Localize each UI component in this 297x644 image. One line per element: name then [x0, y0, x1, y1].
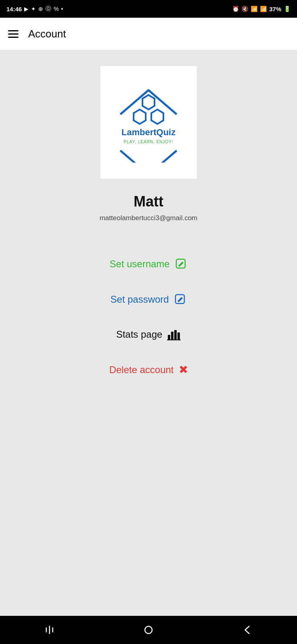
bottom-nav-bar — [0, 616, 297, 644]
status-right: ⏰ 🔇 📶 📶 37% 🔋 — [232, 6, 291, 12]
user-email: matteolambertucci3@gmail.com — [99, 214, 197, 222]
lambertquiz-logo: LambertQuiz PLAY, LEARN, ENJOY! — [112, 82, 185, 163]
signal-icon: 📶 — [260, 6, 267, 12]
edit-password-icon — [174, 293, 187, 306]
svg-text:LambertQuiz: LambertQuiz — [122, 127, 175, 137]
nfc-icon: ⊕ — [38, 6, 43, 12]
svg-marker-2 — [151, 109, 163, 124]
svg-text:PLAY, LEARN, ENJOY!: PLAY, LEARN, ENJOY! — [124, 140, 173, 144]
wifi-icon: 📶 — [251, 6, 258, 12]
status-bar: 14:46 ▶ ✦ ⊕ ⓪ % • ⏰ 🔇 📶 📶 37% 🔋 — [0, 0, 297, 18]
svg-rect-9 — [168, 335, 170, 340]
nav-back-button[interactable] — [231, 622, 264, 638]
bluetooth-icon: ✦ — [31, 6, 36, 12]
logo-container: LambertQuiz PLAY, LEARN, ENJOY! — [100, 66, 197, 179]
app-bar: Account — [0, 18, 297, 50]
misc-icon: % — [54, 6, 58, 12]
stats-page-label: Stats page — [116, 329, 163, 340]
stats-chart-icon — [167, 328, 181, 341]
set-password-button[interactable]: Set password — [8, 282, 289, 317]
status-left: 14:46 ▶ ✦ ⊕ ⓪ % • — [6, 5, 63, 12]
delete-x-icon: ✖ — [179, 363, 188, 376]
main-content: LambertQuiz PLAY, LEARN, ENJOY! Matt mat… — [0, 50, 297, 616]
mute-icon: 🔇 — [241, 6, 248, 12]
alarm-icon: ⏰ — [232, 6, 239, 12]
delete-account-label: Delete account — [109, 364, 173, 376]
battery-level: 37% — [269, 6, 281, 12]
delete-account-button[interactable]: Delete account ✖ — [8, 352, 289, 388]
battery-icon: 🔋 — [284, 6, 291, 12]
set-username-button[interactable]: Set username — [8, 246, 289, 282]
user-display-name: Matt — [134, 193, 163, 210]
svg-rect-12 — [177, 332, 180, 340]
youtube-icon: ▶ — [24, 6, 29, 12]
svg-marker-0 — [142, 95, 155, 109]
vpn-icon: ⓪ — [45, 5, 51, 12]
nav-home-button[interactable] — [132, 622, 165, 638]
hamburger-menu-icon[interactable] — [8, 30, 19, 38]
actions-list: Set username Set password — [8, 246, 289, 388]
svg-marker-1 — [134, 109, 146, 124]
svg-rect-17 — [145, 626, 152, 634]
svg-rect-11 — [174, 330, 177, 340]
svg-rect-10 — [171, 332, 173, 340]
set-password-label: Set password — [110, 294, 169, 305]
page-title: Account — [28, 28, 66, 40]
set-username-label: Set username — [109, 258, 169, 270]
status-time: 14:46 — [6, 6, 22, 12]
nav-recent-apps-button[interactable] — [33, 622, 66, 638]
edit-username-icon — [175, 258, 188, 270]
stats-page-button[interactable]: Stats page — [8, 317, 289, 352]
dot-icon: • — [61, 6, 63, 12]
